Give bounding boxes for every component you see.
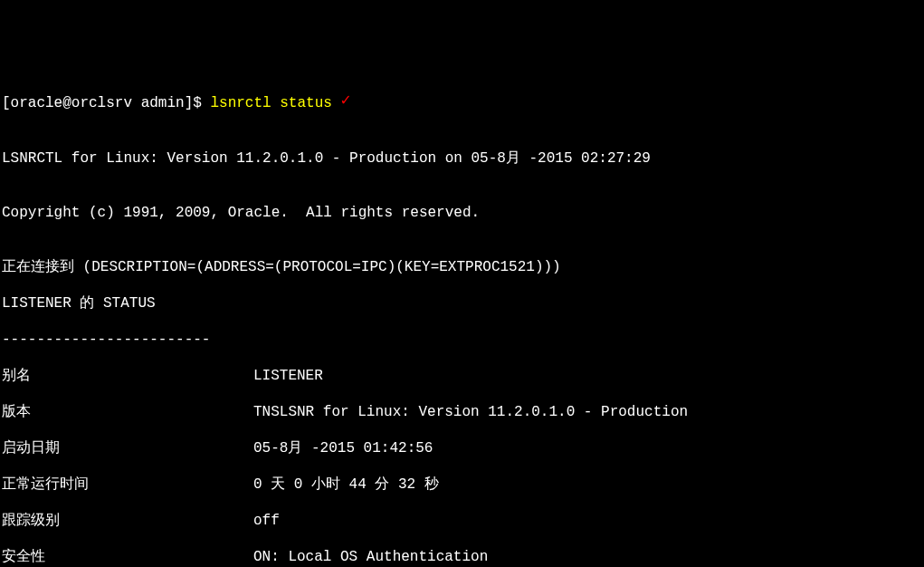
label-trace: 跟踪级别 <box>2 512 253 530</box>
connecting-line: 正在连接到 (DESCRIPTION=(ADDRESS=(PROTOCOL=IP… <box>2 258 924 276</box>
value-uptime: 0 天 0 小时 44 分 32 秒 <box>253 476 924 494</box>
row-uptime: 正常运行时间0 天 0 小时 44 分 32 秒 <box>2 476 924 494</box>
terminal-output: [oracle@orclsrv admin]$ lsnrctl status ✓… <box>0 72 924 567</box>
row-version: 版本TNSLSNR for Linux: Version 11.2.0.1.0 … <box>2 403 924 421</box>
value-startdate: 05-8月 -2015 01:42:56 <box>253 439 924 457</box>
label-startdate: 启动日期 <box>2 439 253 457</box>
label-uptime: 正常运行时间 <box>2 476 253 494</box>
check-icon: ✓ <box>340 91 350 111</box>
value-alias: LISTENER <box>253 367 924 385</box>
row-security: 安全性ON: Local OS Authentication <box>2 548 924 566</box>
status-header-line: LISTENER 的 STATUS <box>2 294 924 312</box>
label-security: 安全性 <box>2 548 253 566</box>
row-alias: 别名LISTENER <box>2 367 924 385</box>
value-version: TNSLSNR for Linux: Version 11.2.0.1.0 - … <box>253 403 924 421</box>
label-alias: 别名 <box>2 367 253 385</box>
copyright-line: Copyright (c) 1991, 2009, Oracle. All ri… <box>2 204 924 222</box>
value-trace: off <box>253 512 924 530</box>
value-security: ON: Local OS Authentication <box>253 548 924 566</box>
label-version: 版本 <box>2 403 253 421</box>
command-text: lsnrctl status <box>210 95 331 111</box>
divider-line: ------------------------ <box>2 331 924 349</box>
row-startdate: 启动日期05-8月 -2015 01:42:56 <box>2 439 924 457</box>
prompt-line[interactable]: [oracle@orclsrv admin]$ lsnrctl status ✓ <box>2 92 924 113</box>
lsnrctl-header: LSNRCTL for Linux: Version 11.2.0.1.0 - … <box>2 149 924 168</box>
shell-prompt: [oracle@orclsrv admin]$ <box>2 95 210 111</box>
row-trace: 跟踪级别off <box>2 512 924 530</box>
